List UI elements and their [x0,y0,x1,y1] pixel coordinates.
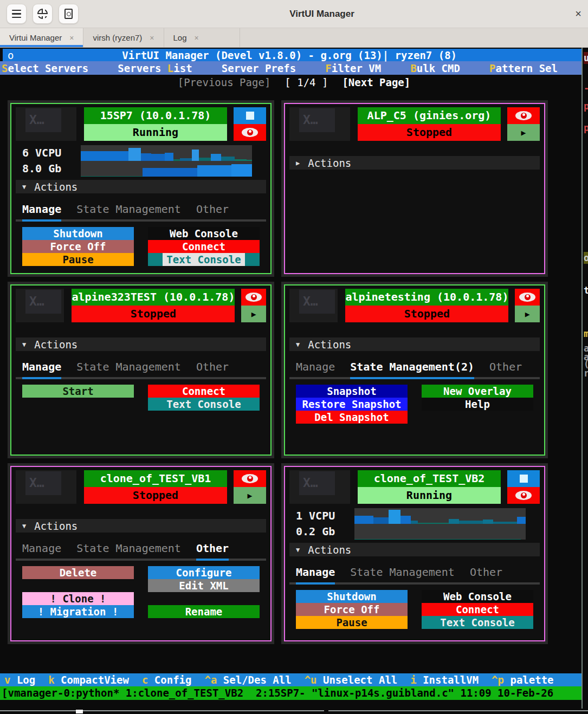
vm-tab-state-management[interactable]: State Management [76,360,181,373]
action-button-force-off[interactable]: Force Off [296,603,408,616]
vm-tab-state-management[interactable]: State Management [350,566,455,579]
menu-item-bulk-cmd[interactable]: Bulk CMD [410,62,460,74]
vcpu-label: 1 VCPU [296,508,354,524]
vm-tab-other[interactable]: Other [196,360,229,373]
tab-close-icon[interactable]: × [150,34,154,42]
menu-item-select-servers[interactable]: Select Servers [2,62,88,74]
menu-item-pattern-sel[interactable]: Pattern Sel [489,62,558,74]
tmux-pane-separator[interactable] [581,48,583,709]
eye-button[interactable] [515,289,540,306]
action-button-connect[interactable]: Connect [148,240,260,253]
actions-toggle[interactable]: ▼Actions [16,337,266,351]
hotkey-compactview[interactable]: k CompactView [48,674,129,686]
stop-button[interactable] [507,470,540,487]
action-button-del-snapshot[interactable]: Del Snapshot [296,411,408,424]
action-button-web-console[interactable]: Web Console [422,590,533,603]
actions-toggle[interactable]: ▼Actions [16,519,266,533]
sessions-button[interactable] [33,4,53,24]
vm-tab-state-management-2[interactable]: State Management(2) [350,360,474,373]
stop-button[interactable] [234,107,266,124]
terminal-tab-virtui-manager[interactable]: Virtui Manager× [0,28,83,47]
vm-tab-manage[interactable]: Manage [22,360,61,373]
vm-status-badge: Stopped [84,487,227,504]
tab-close-icon[interactable]: × [195,34,199,42]
vm-select-checkbox[interactable]: X… [299,471,335,495]
actions-toggle[interactable]: ▼Actions [289,543,540,556]
menu-hotkey-letter: L [167,62,173,74]
menu-item-filter-vm[interactable]: Filter VM [325,62,381,74]
play-button[interactable]: ▶ [515,306,540,322]
action-button-text-console[interactable]: Text Console [422,616,533,629]
terminal-tab-virsh-ryzen7[interactable]: virsh (ryzen7)× [83,28,164,47]
previous-page-button[interactable]: [Previous Page] [178,76,271,88]
new-tab-button[interactable] [59,4,79,24]
hamburger-menu-button[interactable] [7,4,27,24]
menu-item-server-prefs[interactable]: Server Prefs [222,62,296,74]
action-button-migration[interactable]: ! Migration ! [22,605,134,618]
vm-tab-row: ManageState ManagementOther [289,565,540,579]
actions-toggle[interactable]: ▶Actions [289,156,540,170]
vm-select-checkbox[interactable]: X… [299,108,335,132]
vm-tab-manage[interactable]: Manage [296,360,335,373]
eye-button[interactable] [241,289,266,306]
vm-tab-manage[interactable]: Manage [22,542,61,555]
button-column-left: SnapshotRestore SnapshotDel Snapshot [296,385,408,424]
action-button-edit-xml[interactable]: Edit XML [148,579,260,592]
action-button-connect[interactable]: Connect [148,385,260,398]
vm-tab-state-management[interactable]: State Management [76,203,181,216]
eye-button[interactable] [507,107,540,124]
vm-select-checkbox[interactable]: X… [25,471,61,495]
actions-toggle[interactable]: ▼Actions [16,180,266,193]
menu-item-servers-list[interactable]: Servers List [118,62,192,74]
vm-tab-manage[interactable]: Manage [22,203,61,216]
vm-tab-other[interactable]: Other [196,542,229,555]
action-button-rename[interactable]: Rename [148,605,260,618]
hotkey-log[interactable]: v Log [4,674,35,686]
hotkey-unselect-all[interactable]: ^u Unselect All [305,674,398,686]
eye-button[interactable] [234,470,266,487]
terminal-tab-log[interactable]: Log× [164,28,240,47]
action-button-delete[interactable]: Delete [22,566,134,579]
action-button-text-console[interactable]: Text Console [148,398,260,411]
action-button-new-overlay[interactable]: New Overlay [422,385,533,398]
play-button[interactable]: ▶ [234,487,266,504]
vm-select-checkbox[interactable]: X… [299,290,335,314]
tab-close-icon[interactable]: × [69,34,74,42]
hotkey-installvm[interactable]: i InstallVM [410,674,479,686]
play-button[interactable]: ▶ [507,124,540,141]
vm-tab-other[interactable]: Other [489,360,522,373]
action-button-restore-snapshot[interactable]: Restore Snapshot [296,398,408,411]
vm-tab-other[interactable]: Other [470,566,502,579]
play-button[interactable]: ▶ [241,306,266,322]
eye-pupil [522,113,525,116]
hotkey-sel-des-all[interactable]: ^a Sel/Des All [204,674,291,686]
hotkey-palette[interactable]: ^p palette [492,674,553,686]
action-button-snapshot[interactable]: Snapshot [296,385,408,398]
next-page-button[interactable]: [Next Page] [342,76,410,88]
action-button-help[interactable]: Help [422,398,533,411]
graph-bar [389,510,400,524]
action-button-clone[interactable]: ! Clone ! [22,592,134,605]
action-button-shutdown[interactable]: Shutdown [296,590,408,603]
window-close-button[interactable]: × [565,8,581,20]
action-button-shutdown[interactable]: Shutdown [22,227,134,240]
action-button-pause[interactable]: Pause [22,253,134,266]
vm-tab-manage[interactable]: Manage [296,566,335,579]
vm-select-checkbox[interactable]: X… [25,108,61,132]
vm-tab-other[interactable]: Other [196,203,229,216]
action-button-text-console[interactable]: Text Console [148,253,260,266]
action-button-configure[interactable]: Configure [148,566,260,579]
eye-button[interactable] [507,487,540,504]
window-bottom-edge [0,710,588,711]
eye-button[interactable] [234,124,266,141]
actions-toggle[interactable]: ▼Actions [289,337,540,351]
action-button-pause[interactable]: Pause [296,616,408,629]
vm-tab-state-management[interactable]: State Management [76,542,181,555]
action-button-connect[interactable]: Connect [422,603,533,616]
vm-checkbox-area: X… [289,470,350,504]
hotkey-config[interactable]: c Config [142,674,192,686]
action-button-start[interactable]: Start [22,385,134,398]
action-button-web-console[interactable]: Web Console [148,227,260,240]
action-button-force-off[interactable]: Force Off [22,240,134,253]
vm-select-checkbox[interactable]: X… [25,290,61,314]
